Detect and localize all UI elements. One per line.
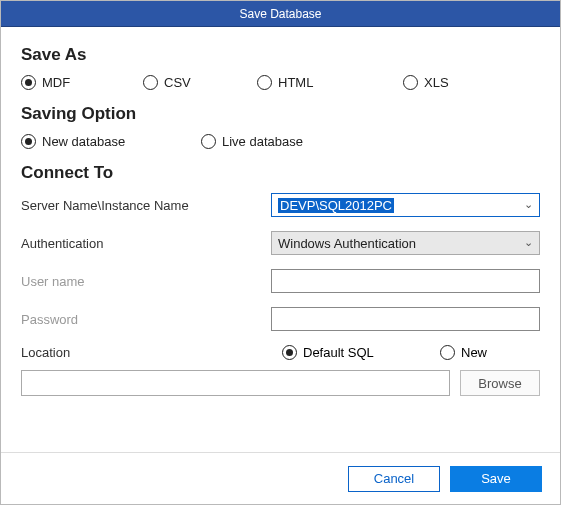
password-input-wrap — [271, 307, 540, 331]
browse-button[interactable]: Browse — [460, 370, 540, 396]
radio-icon — [257, 75, 272, 90]
radio-label: XLS — [424, 75, 449, 90]
radio-mdf[interactable]: MDF — [21, 75, 143, 90]
dialog-content: Save As MDF CSV HTML XLS Saving Option — [1, 27, 560, 452]
auth-label: Authentication — [21, 236, 271, 251]
server-combobox[interactable]: DEVP\SQL2012PC ⌄ — [271, 193, 540, 217]
cancel-button[interactable]: Cancel — [348, 466, 440, 492]
save-as-heading: Save As — [21, 45, 540, 65]
radio-icon — [143, 75, 158, 90]
radio-icon — [21, 134, 36, 149]
server-label: Server Name\Instance Name — [21, 198, 271, 213]
server-value: DEVP\SQL2012PC — [278, 198, 394, 213]
saving-option-heading: Saving Option — [21, 104, 540, 124]
location-row: Location Default SQL New — [21, 345, 540, 360]
radio-new-database[interactable]: New database — [21, 134, 201, 149]
connect-to-heading: Connect To — [21, 163, 540, 183]
dialog-window: Save Database Save As MDF CSV HTML XLS S… — [0, 0, 561, 505]
radio-label: New database — [42, 134, 125, 149]
server-row: Server Name\Instance Name DEVP\SQL2012PC… — [21, 193, 540, 217]
password-row: Password — [21, 307, 540, 331]
radio-label: CSV — [164, 75, 191, 90]
password-input[interactable] — [278, 308, 533, 330]
radio-icon — [21, 75, 36, 90]
radio-default-sql[interactable]: Default SQL — [282, 345, 440, 360]
chevron-down-icon: ⌄ — [524, 236, 533, 249]
radio-label: HTML — [278, 75, 313, 90]
chevron-down-icon: ⌄ — [524, 198, 533, 211]
username-input-wrap — [271, 269, 540, 293]
radio-icon — [403, 75, 418, 90]
radio-label: Live database — [222, 134, 303, 149]
password-label: Password — [21, 312, 271, 327]
save-button[interactable]: Save — [450, 466, 542, 492]
dialog-footer: Cancel Save — [1, 452, 560, 504]
radio-csv[interactable]: CSV — [143, 75, 257, 90]
radio-location-new[interactable]: New — [440, 345, 520, 360]
auth-row: Authentication Windows Authentication ⌄ — [21, 231, 540, 255]
auth-value: Windows Authentication — [278, 236, 416, 251]
radio-label: New — [461, 345, 487, 360]
save-as-options: MDF CSV HTML XLS — [21, 75, 540, 90]
radio-label: Default SQL — [303, 345, 374, 360]
radio-icon — [282, 345, 297, 360]
radio-icon — [201, 134, 216, 149]
username-input[interactable] — [278, 270, 533, 292]
saving-option-options: New database Live database — [21, 134, 540, 149]
username-row: User name — [21, 269, 540, 293]
radio-html[interactable]: HTML — [257, 75, 403, 90]
path-input[interactable] — [21, 370, 450, 396]
radio-label: MDF — [42, 75, 70, 90]
title-bar: Save Database — [1, 1, 560, 27]
radio-icon — [440, 345, 455, 360]
window-title: Save Database — [239, 7, 321, 21]
location-label: Location — [21, 345, 282, 360]
username-label: User name — [21, 274, 271, 289]
auth-select[interactable]: Windows Authentication ⌄ — [271, 231, 540, 255]
radio-xls[interactable]: XLS — [403, 75, 483, 90]
path-row: Browse — [21, 370, 540, 396]
radio-live-database[interactable]: Live database — [201, 134, 361, 149]
